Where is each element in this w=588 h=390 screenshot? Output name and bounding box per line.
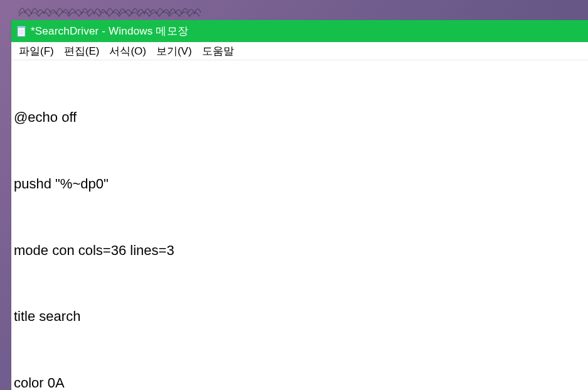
window-titlebar[interactable]: *SearchDriver - Windows 메모장 — [11, 20, 588, 42]
menubar: 파일(F) 편집(E) 서식(O) 보기(V) 도움말 — [11, 42, 588, 60]
menu-format[interactable]: 서식(O) — [105, 43, 150, 60]
editor-line: @echo off — [14, 106, 585, 128]
menu-edit[interactable]: 편집(E) — [60, 43, 104, 60]
desktop-art-fragment — [19, 0, 207, 19]
notepad-icon — [16, 25, 26, 38]
menu-view[interactable]: 보기(V) — [152, 43, 196, 60]
svg-rect-1 — [18, 26, 25, 28]
notepad-window: *SearchDriver - Windows 메모장 파일(F) 편집(E) … — [11, 20, 588, 390]
editor-line: mode con cols=36 lines=3 — [14, 239, 585, 261]
menu-help[interactable]: 도움말 — [198, 43, 238, 60]
text-editor-area[interactable]: @echo off pushd "%~dp0" mode con cols=36… — [11, 60, 588, 390]
menu-file[interactable]: 파일(F) — [15, 43, 58, 60]
desktop-background — [0, 0, 588, 20]
editor-line: title search — [14, 305, 585, 327]
window-title: *SearchDriver - Windows 메모장 — [31, 24, 188, 38]
editor-line: color 0A — [14, 372, 585, 390]
editor-line: pushd "%~dp0" — [14, 173, 585, 195]
